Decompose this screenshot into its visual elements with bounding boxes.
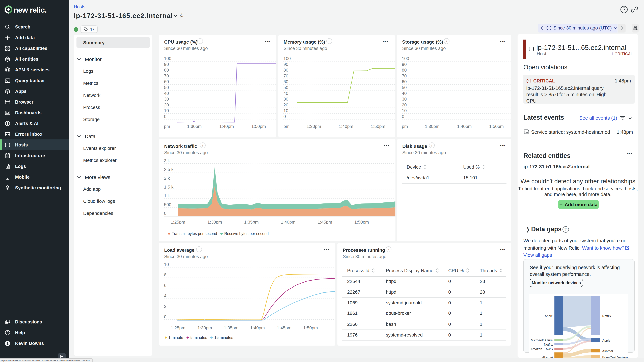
svg-text:4: 4 xyxy=(164,293,166,298)
svg-text:60: 60 xyxy=(283,79,288,84)
svg-text:70: 70 xyxy=(164,73,169,78)
svg-text:500: 500 xyxy=(164,202,171,207)
svg-text:40: 40 xyxy=(164,91,169,96)
svg-text:EdgeCast Verizon: EdgeCast Verizon xyxy=(602,356,628,358)
svg-text:1:30pm: 1:30pm xyxy=(425,124,440,129)
svg-text:1:45pm: 1:45pm xyxy=(277,325,291,330)
svg-text:0: 0 xyxy=(164,211,166,216)
svg-text:1.5 k: 1.5 k xyxy=(164,185,174,190)
svg-text:1 k: 1 k xyxy=(164,193,170,198)
svg-text:70: 70 xyxy=(402,73,407,78)
svg-text:1:35pm: 1:35pm xyxy=(224,325,238,330)
svg-text:0: 0 xyxy=(164,114,166,119)
svg-text:60: 60 xyxy=(164,79,169,84)
svg-text:80: 80 xyxy=(164,67,169,72)
svg-text:20: 20 xyxy=(402,102,407,107)
svg-text:0: 0 xyxy=(283,114,286,119)
svg-text:1:40pm: 1:40pm xyxy=(338,124,353,129)
svg-text:1:50pm: 1:50pm xyxy=(354,220,369,225)
svg-text:1:35pm: 1:35pm xyxy=(244,220,258,225)
svg-text:80: 80 xyxy=(402,67,407,72)
svg-text:1:40pm: 1:40pm xyxy=(250,325,265,330)
svg-text:8: 8 xyxy=(164,272,166,277)
svg-text:2 k: 2 k xyxy=(164,176,170,181)
svg-text:pm: pm xyxy=(164,124,170,129)
svg-text:90: 90 xyxy=(283,62,288,67)
svg-text:40: 40 xyxy=(402,91,407,96)
svg-text:1:45pm: 1:45pm xyxy=(318,220,332,225)
svg-text:30: 30 xyxy=(283,96,288,102)
svg-text:80: 80 xyxy=(283,67,288,72)
svg-text:6: 6 xyxy=(164,283,166,288)
svg-text:40: 40 xyxy=(283,91,288,96)
svg-text:50: 50 xyxy=(283,85,288,90)
svg-text:Microsoft Azure: Microsoft Azure xyxy=(531,338,553,342)
svg-text:10: 10 xyxy=(164,108,169,113)
svg-text:20: 20 xyxy=(283,102,288,107)
svg-text:10: 10 xyxy=(283,108,288,113)
svg-text:Netflix: Netflix xyxy=(602,314,611,318)
svg-text:new relic.: new relic. xyxy=(14,6,46,14)
svg-text:Akamai: Akamai xyxy=(542,356,553,358)
svg-text:1:40pm: 1:40pm xyxy=(281,220,295,225)
svg-text:pm: pm xyxy=(402,124,408,129)
svg-text:30: 30 xyxy=(164,96,169,102)
svg-text:1:50pm: 1:50pm xyxy=(251,124,266,129)
svg-text:2: 2 xyxy=(164,304,166,309)
svg-text:1:25pm: 1:25pm xyxy=(170,325,185,330)
svg-text:Akamai: Akamai xyxy=(602,349,613,353)
svg-text:100: 100 xyxy=(402,56,409,61)
svg-text:Amazon + AWS: Amazon + AWS xyxy=(530,347,553,351)
svg-text:70: 70 xyxy=(283,73,288,78)
svg-text:1:30pm: 1:30pm xyxy=(306,124,321,129)
svg-text:50: 50 xyxy=(402,85,407,90)
svg-text:100: 100 xyxy=(164,56,171,61)
svg-text:0: 0 xyxy=(402,114,404,119)
svg-text:Netflix: Netflix xyxy=(544,343,553,346)
svg-text:30: 30 xyxy=(402,96,407,102)
svg-text:1:25pm: 1:25pm xyxy=(170,220,185,225)
svg-text:1:50pm: 1:50pm xyxy=(489,124,504,129)
svg-text:10: 10 xyxy=(164,262,169,267)
svg-text:pm: pm xyxy=(283,124,289,129)
svg-text:1:40pm: 1:40pm xyxy=(457,124,472,129)
svg-text:2.5 k: 2.5 k xyxy=(164,167,174,172)
svg-text:1:30pm: 1:30pm xyxy=(207,220,222,225)
svg-text:0: 0 xyxy=(164,314,166,319)
svg-text:1:50pm: 1:50pm xyxy=(371,124,385,129)
svg-text:1:30pm: 1:30pm xyxy=(187,124,202,129)
svg-text:Apple: Apple xyxy=(544,314,553,318)
svg-text:90: 90 xyxy=(402,62,407,67)
svg-text:1:30pm: 1:30pm xyxy=(197,325,212,330)
svg-text:50: 50 xyxy=(164,85,169,90)
svg-text:Apple: Apple xyxy=(602,339,610,342)
svg-text:20: 20 xyxy=(164,102,169,107)
svg-text:90: 90 xyxy=(164,62,169,67)
svg-text:1:40pm: 1:40pm xyxy=(219,124,234,129)
svg-text:10: 10 xyxy=(402,108,407,113)
svg-text:60: 60 xyxy=(402,79,407,84)
svg-text:100: 100 xyxy=(283,56,290,61)
svg-text:3 k: 3 k xyxy=(164,158,170,163)
svg-text:1:50pm: 1:50pm xyxy=(303,325,318,330)
